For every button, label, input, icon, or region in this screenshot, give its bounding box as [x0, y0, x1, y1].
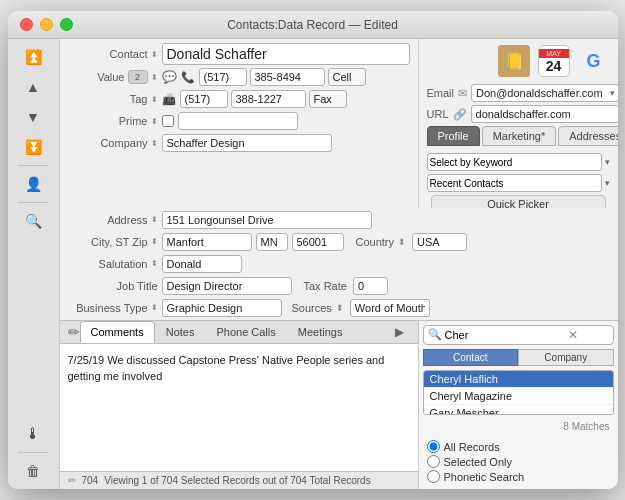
window-title: Contacts:Data Record — Edited	[227, 18, 398, 32]
address-label: Address ⬍	[68, 214, 158, 226]
email-row: Email ✉	[427, 84, 610, 102]
radio-selected-only-input[interactable]	[427, 455, 440, 468]
state-input[interactable]	[256, 233, 288, 251]
address-input[interactable]	[162, 211, 372, 229]
tab-company[interactable]: Company	[518, 349, 614, 366]
salutation-arrow[interactable]: ⬍	[151, 259, 158, 268]
radio-phonetic-input[interactable]	[427, 470, 440, 483]
tab-profile[interactable]: Profile	[427, 126, 480, 146]
email-input[interactable]	[471, 84, 617, 102]
contact-label: Contact ⬍	[68, 48, 158, 60]
search-icon[interactable]: 🔍	[15, 207, 51, 235]
job-row: Job Title Tax Rate	[68, 276, 610, 296]
notes-text: 7/25/19 We discussed Capstone Press' Nat…	[68, 354, 385, 383]
address-select-arrow[interactable]: ⬍	[151, 215, 158, 224]
calendar-icon[interactable]: MAY 24	[538, 45, 570, 77]
email-icon: ✉	[458, 87, 467, 100]
search-box: 🔍 ✕	[423, 325, 614, 345]
salutation-input[interactable]	[162, 255, 242, 273]
company-input[interactable]	[162, 134, 332, 152]
search-clear-button[interactable]: ✕	[568, 328, 578, 342]
result-item-garymescher[interactable]: Gary Mescher	[424, 405, 613, 416]
search-input[interactable]	[445, 329, 565, 341]
prime-checkbox[interactable]	[162, 115, 174, 127]
tab-phone-calls[interactable]: Phone Calls	[205, 321, 286, 343]
city-select-arrow[interactable]: ⬍	[151, 237, 158, 246]
url-input[interactable]	[471, 105, 618, 123]
phone1-area-input[interactable]	[199, 68, 247, 86]
close-button[interactable]	[20, 18, 33, 31]
sidebar-divider-3	[18, 452, 48, 453]
thermometer-icon[interactable]: 🌡	[15, 420, 51, 448]
tab-meetings[interactable]: Meetings	[287, 321, 354, 343]
business-arrow[interactable]: ⬍	[151, 303, 158, 312]
message-icon: 💬	[162, 70, 177, 84]
tax-rate-input[interactable]	[353, 277, 388, 295]
address-row: Address ⬍	[68, 210, 610, 230]
bottom-tabs-bar: ✏ Comments Notes Phone Calls Meetings ▶	[60, 321, 418, 344]
phone1-type-input[interactable]	[328, 68, 366, 86]
country-select-arrow[interactable]: ⬍	[398, 237, 406, 247]
recent-arrow: ▾	[605, 178, 610, 188]
prime-input[interactable]	[178, 112, 298, 130]
radio-all-records-input[interactable]	[427, 440, 440, 453]
content-area: ⏫ ▲ ▼ ⏬ 👤 🔍 🌡 🗑 Contact	[8, 39, 618, 489]
quick-picker-button[interactable]: Quick Picker	[431, 195, 606, 208]
tab-notes[interactable]: Notes	[155, 321, 206, 343]
phone1-number-input[interactable]	[250, 68, 325, 86]
city-row: City, ST Zip ⬍ Country ⬍	[68, 232, 610, 252]
tab-marketing[interactable]: Marketing*	[482, 126, 557, 146]
add-comment-icon[interactable]: ✏	[68, 324, 80, 340]
addressbook-icon[interactable]: 📒	[498, 45, 530, 77]
keyword-select[interactable]: Select by Keyword	[427, 153, 602, 171]
tabs-more-arrow[interactable]: ▶	[389, 321, 410, 343]
email-select-wrapper	[471, 84, 617, 102]
titlebar: Contacts:Data Record — Edited	[8, 11, 618, 39]
matches-count: 8 Matches	[423, 419, 614, 434]
minimize-button[interactable]	[40, 18, 53, 31]
prime-select-arrow[interactable]: ⬍	[151, 117, 158, 126]
chevrons-down-icon[interactable]: ⏬	[15, 133, 51, 161]
sources-input[interactable]	[350, 299, 430, 317]
result-item-cherlyhaflich[interactable]: Cheryl Haflich	[424, 371, 613, 388]
city-input[interactable]	[162, 233, 252, 251]
tab-comments[interactable]: Comments	[80, 321, 155, 343]
radio-all-records[interactable]: All Records	[427, 440, 610, 453]
radio-phonetic-search[interactable]: Phonetic Search	[427, 470, 610, 483]
tab-addresses[interactable]: Addresses	[558, 126, 617, 146]
result-item-cherylmagazine[interactable]: Cheryl Magazine	[424, 388, 613, 405]
search-radio-group: All Records Selected Only Phonetic Searc…	[423, 438, 614, 485]
phone2-area-input[interactable]	[180, 90, 228, 108]
company-select-arrow[interactable]: ⬍	[151, 139, 158, 148]
sources-arrow[interactable]: ⬍	[336, 303, 344, 313]
google-icon[interactable]: G	[578, 45, 610, 77]
calendar-month: MAY	[539, 49, 569, 58]
business-input[interactable]	[162, 299, 282, 317]
contact-name-input[interactable]	[162, 43, 410, 65]
tab-contact[interactable]: Contact	[423, 349, 519, 366]
chevron-down-icon[interactable]: ▼	[15, 103, 51, 131]
person-icon[interactable]: 👤	[15, 170, 51, 198]
chevron-up-icon[interactable]: ▲	[15, 73, 51, 101]
right-top-icons: 📒 MAY 24 G	[427, 45, 610, 77]
radio-selected-only[interactable]: Selected Only	[427, 455, 610, 468]
chevrons-up-icon[interactable]: ⏫	[15, 43, 51, 71]
phone2-type-input[interactable]	[309, 90, 347, 108]
value-select-arrow[interactable]: ⬍	[151, 73, 158, 82]
tag-label: Tag ⬍	[68, 93, 158, 105]
recent-select[interactable]: Recent Contacts	[427, 174, 602, 192]
contact-select-arrow[interactable]: ⬍	[151, 50, 158, 59]
trash-icon[interactable]: 🗑	[15, 457, 51, 485]
salutation-label: Salutation ⬍	[68, 258, 158, 270]
right-panel: 📒 MAY 24 G Email ✉	[418, 39, 618, 208]
window-controls	[20, 18, 73, 31]
keyword-arrow: ▾	[605, 157, 610, 167]
job-input[interactable]	[162, 277, 292, 295]
prime-label: Prime ⬍	[68, 115, 158, 127]
tag-select-arrow[interactable]: ⬍	[151, 95, 158, 104]
country-input[interactable]	[412, 233, 467, 251]
zip-input[interactable]	[292, 233, 344, 251]
phone2-number-input[interactable]	[231, 90, 306, 108]
salutation-row: Salutation ⬍	[68, 254, 610, 274]
maximize-button[interactable]	[60, 18, 73, 31]
